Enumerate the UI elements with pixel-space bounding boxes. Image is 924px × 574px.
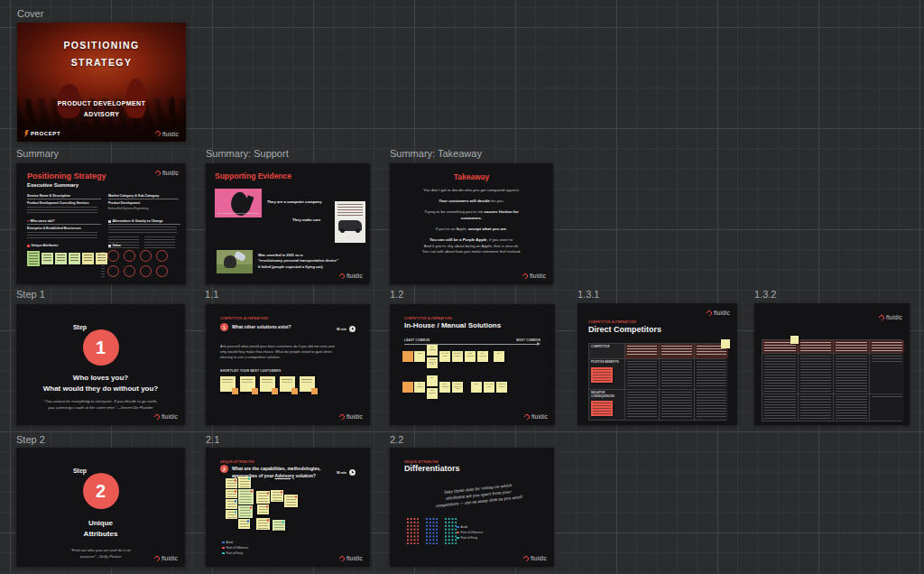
sticky-note[interactable] xyxy=(82,253,94,264)
dot-grid[interactable] xyxy=(424,516,438,544)
frame-label-1-3-2[interactable]: 1.3.2 xyxy=(754,289,776,300)
sticky-note[interactable] xyxy=(226,489,237,498)
slide-step-2[interactable]: Step 2 Unique Attributes “Find out who y… xyxy=(16,448,185,567)
sticky-note[interactable] xyxy=(220,376,236,392)
sticky-note-yellow[interactable] xyxy=(790,336,799,344)
frame-label-step1[interactable]: Step 1 xyxy=(16,289,45,300)
sticky-note[interactable] xyxy=(55,253,67,264)
sticky-note[interactable] xyxy=(402,382,413,393)
sticky-note[interactable] xyxy=(240,376,255,392)
sticky-note[interactable]: Existing partner xyxy=(496,382,507,393)
frame-label-cover[interactable]: Cover xyxy=(17,8,43,19)
sticky-note[interactable] xyxy=(238,489,254,505)
sticky-note[interactable]: Do nothing xyxy=(427,345,438,356)
whiteboard-canvas[interactable]: Cover Summary Summary: Support Summary: … xyxy=(0,0,924,574)
legend-swatch xyxy=(222,547,225,550)
question-line2-end: solution? xyxy=(294,473,316,478)
frame-label-1-2[interactable]: 1.2 xyxy=(390,289,403,300)
frame-label-support[interactable]: Summary: Support xyxy=(206,148,289,159)
sticky-note-red[interactable] xyxy=(591,367,613,383)
legend-swatch xyxy=(457,537,459,540)
sticky-note[interactable] xyxy=(260,376,275,392)
slide-1-1[interactable]: COMPETITIVE ALTERNATIVES 1 What other so… xyxy=(206,304,370,425)
slide-summary-takeaway[interactable]: Takeaway You don’t get to decide who you… xyxy=(390,163,553,284)
slide-1-3-1[interactable]: fluidic COMPETITIVE ALTERNATIVES Direct … xyxy=(578,303,737,425)
section-heading: Unique Attributes xyxy=(27,244,101,248)
sticky-note[interactable] xyxy=(273,520,285,531)
sticky-note[interactable]: Hire own CTO xyxy=(484,382,494,393)
quote-line1: “Find out who you are and do it on xyxy=(29,547,172,553)
fluidic-wordmark: fluidic xyxy=(346,413,363,420)
table-cell xyxy=(762,394,798,421)
frame-label-summary[interactable]: Summary xyxy=(16,148,59,159)
sticky-note[interactable]: Hire own CTO xyxy=(439,351,450,362)
sticky-note[interactable] xyxy=(284,495,298,507)
slide-step-1[interactable]: Step 1 Who loves you? What would they do… xyxy=(16,304,185,425)
sticky-note[interactable] xyxy=(69,253,80,264)
sticky-note[interactable]: M&J xyxy=(471,382,482,393)
sticky-note[interactable] xyxy=(226,510,237,519)
dot-grid[interactable] xyxy=(405,516,419,544)
dot-grid[interactable] xyxy=(443,516,457,544)
sticky-note[interactable] xyxy=(238,519,250,529)
sticky-note[interactable]: Do nothing xyxy=(414,382,425,393)
header-microtext xyxy=(836,342,867,351)
cell-microtext xyxy=(661,392,691,418)
sticky-note[interactable] xyxy=(271,490,283,502)
sticky-note[interactable] xyxy=(238,477,251,488)
sticky-note[interactable]: Sub contract xyxy=(465,351,476,362)
cell-microtext xyxy=(872,396,903,399)
sticky-note-red[interactable] xyxy=(591,401,613,416)
sticky-note[interactable] xyxy=(27,251,40,266)
sticky-note[interactable] xyxy=(256,518,270,530)
sticky-note[interactable] xyxy=(256,491,270,504)
slide-cover[interactable]: POSITIONING STRATEGY PRODUCT DEVELOPMENT… xyxy=(17,23,186,142)
sticky-note[interactable]: DIY xyxy=(494,351,504,362)
vote-dot xyxy=(282,521,285,523)
sticky-note[interactable]: Existing partner xyxy=(452,351,463,362)
line-text: . xyxy=(506,227,507,231)
sticky-note[interactable]: Self educate xyxy=(427,388,438,399)
row-label-text: POSITIVE BENEFITS xyxy=(591,361,623,365)
section-heading-text: Alternatives & Gravity to Change xyxy=(113,219,163,223)
slide-summary-support[interactable]: Supporting Evidence They are a computer … xyxy=(206,163,370,284)
slide-1-3-2[interactable]: fluidic xyxy=(754,303,910,425)
frame-label-step2[interactable]: Step 2 xyxy=(16,434,45,445)
sticky-note[interactable] xyxy=(42,253,53,264)
frame-label-2-2[interactable]: 2.2 xyxy=(390,434,403,445)
slide-1-2[interactable]: COMPETITIVE ALTERNATIVES In-House / Manu… xyxy=(390,304,555,425)
sticky-note-yellow[interactable] xyxy=(721,339,730,348)
sticky-note[interactable] xyxy=(226,478,237,488)
legend-item: Point of Parity xyxy=(222,551,248,555)
line-bold: You can still be a Purple Apple xyxy=(430,237,487,242)
sticky-note[interactable]: Friends family & tech xyxy=(427,357,438,368)
slide-2-1[interactable]: UNIQUE ATTRIBUTES 2 What are the capabil… xyxy=(206,448,370,567)
value-circle xyxy=(156,265,168,277)
legend: Avoid Point of Difference Point of Parit… xyxy=(222,541,248,557)
sticky-note[interactable]: M&J xyxy=(414,351,425,362)
sticky-note[interactable] xyxy=(402,351,413,362)
table-cell xyxy=(870,394,905,421)
sticky-note[interactable] xyxy=(280,376,295,392)
frame-label-2-1[interactable]: 2.1 xyxy=(206,434,219,445)
sticky-note[interactable]: DIY xyxy=(427,375,438,386)
sticky-note[interactable] xyxy=(238,505,253,518)
frame-label-takeaway[interactable]: Summary: Takeaway xyxy=(390,148,482,159)
slide-summary[interactable]: Positioning Strategy Executive Summary f… xyxy=(16,163,186,284)
sticky-note[interactable] xyxy=(257,505,269,514)
sticky-note[interactable] xyxy=(300,376,315,392)
sticky-note[interactable]: Self educate xyxy=(477,351,488,362)
slide-2-2[interactable]: UNIQUE ATTRIBUTES Differentiators Take t… xyxy=(390,448,554,567)
question-number-badge: 2 xyxy=(220,465,228,473)
sticky-note[interactable] xyxy=(226,499,237,509)
summary-section-attributes: Unique Attributes xyxy=(27,244,101,250)
frame-label-1-3-1[interactable]: 1.3.1 xyxy=(578,289,599,300)
sticky-note[interactable]: Sub contract xyxy=(439,382,450,393)
legend-label: Avoid xyxy=(461,525,467,529)
heart-icon: ♥ xyxy=(27,219,29,223)
fluidic-logo: fluidic xyxy=(879,314,902,320)
axis-arrow xyxy=(404,344,540,345)
frame-label-1-1[interactable]: 1.1 xyxy=(205,289,218,300)
sticky-note[interactable]: Friends family & tech xyxy=(452,382,463,393)
section-heading: ♥ Who cares abt? xyxy=(27,219,101,225)
